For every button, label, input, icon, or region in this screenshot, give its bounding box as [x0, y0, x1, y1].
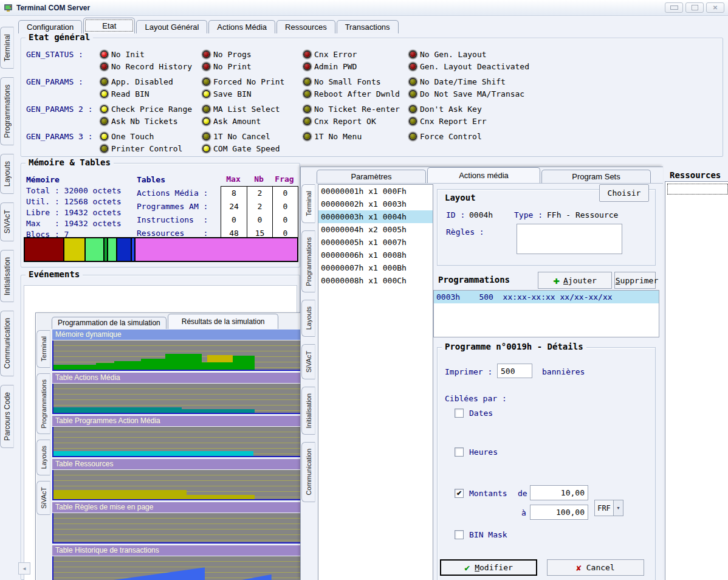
memory-bar-segment [107, 238, 116, 261]
maximize-button[interactable] [685, 2, 704, 13]
led-label: Ask Amount [213, 117, 261, 126]
side-tab-sivact[interactable]: SiVAcT [301, 344, 315, 379]
address-row[interactable]: 00000001h x1 000Fh [318, 185, 433, 198]
close-button[interactable]: ✕ [706, 2, 724, 13]
status-led-item: Do Not Save MA/Transac [408, 89, 718, 98]
app-icon [4, 3, 13, 13]
side-tab-layouts[interactable]: Layouts [301, 300, 315, 337]
memoire-tables-title: Mémoire & Tables [26, 157, 114, 167]
chart-segment [213, 575, 272, 580]
memory-bar-segment [134, 238, 297, 261]
address-row[interactable]: 00000007h x1 000Bh [318, 261, 433, 274]
side-tab-programmations[interactable]: Programmations [301, 230, 315, 293]
led-row: GEN_PARAMS :App. DisabledForced No Print… [26, 75, 718, 88]
side-tab-parcours-code[interactable]: Parcours Code [0, 385, 14, 448]
chart-section-title: Table Actions Média [52, 373, 310, 383]
cancel-button[interactable]: ✘ Cancel [547, 559, 644, 576]
regles-input[interactable] [517, 224, 622, 254]
tab-etat[interactable]: Etat [83, 18, 135, 33]
supprimer-button[interactable]: Supprimer [614, 272, 656, 289]
side-tab-communication[interactable]: Communication [301, 442, 315, 502]
chart-plot [52, 470, 310, 500]
montant-de-input[interactable]: 10,00 [530, 485, 588, 500]
chart-segment [165, 354, 202, 370]
memoire-stats: Mémoire Total : 32000 octetsUtil. : 1256… [26, 174, 122, 240]
chart-segment [187, 495, 255, 499]
address-row[interactable]: 00000003h x1 0004h [318, 210, 433, 223]
side-tab-initialisation[interactable]: Initialisation [0, 250, 14, 303]
side-tab-label: Parcours Code [3, 392, 12, 441]
programme-details-group: Programme n°0019h - Détails Imprimer : 5… [437, 347, 656, 580]
tab-configuration[interactable]: Configuration [18, 20, 82, 33]
side-tab-programmations[interactable]: Programmations [0, 77, 14, 145]
tables-col-header: Max [221, 174, 246, 184]
side-tab-label: Terminal [3, 34, 12, 61]
tab-transactions[interactable]: Transactions [337, 20, 399, 33]
address-row[interactable]: 00000008h x1 000Ch [318, 274, 433, 287]
programmation-row[interactable]: 0003h 500 xx:xx-xx:xx xx/xx-xx/xx [434, 291, 659, 303]
modifier-button[interactable]: ✔ Modifier [440, 559, 537, 576]
tables-row-label: Programmes AM : [137, 200, 208, 213]
panel-tab-param-tres[interactable]: Paramètres [317, 170, 426, 183]
de-label: de [518, 489, 527, 498]
side-tab-terminal[interactable]: Terminal [0, 27, 14, 69]
status-led-item: Ask Amount [201, 117, 302, 126]
address-row[interactable]: 00000006h x1 0008h [318, 249, 433, 261]
dates-checkbox[interactable] [455, 409, 464, 418]
led-label: Forced No Print [213, 77, 284, 86]
side-tab-initialisation[interactable]: Initialisation [301, 387, 315, 435]
address-row[interactable]: 00000004h x2 0005h [318, 223, 433, 236]
status-led-item: No Small Fonts [302, 77, 408, 86]
ressources-focus-row[interactable] [667, 184, 728, 195]
ajouter-button[interactable]: ✚ Ajouter [538, 272, 612, 289]
address-row[interactable]: 00000005h x1 0007h [318, 236, 433, 249]
main-tab-strip: ConfigurationEtatLayout GénéralActions M… [18, 18, 400, 33]
panel-tab-program-sets[interactable]: Program Sets [541, 170, 651, 183]
led-label: Admin PWD [314, 62, 357, 71]
sim-tab-r-sultats-de-la-simulation[interactable]: Résultats de la simulation [168, 314, 279, 329]
side-tab-label: Terminal [305, 191, 312, 216]
scroll-left-button[interactable]: ◄ [18, 562, 30, 575]
led-label: Cnx Report OK [314, 117, 376, 126]
simulation-tab-strip: Programmation de la simulationRésultats … [52, 314, 280, 329]
led-label: Gen. Layout Deactivated [420, 62, 529, 71]
tab-layout-g-n-ral[interactable]: Layout Général [136, 20, 207, 33]
led-label: One Touch [111, 132, 154, 141]
side-tab-layouts[interactable]: Layouts [0, 154, 14, 194]
side-tab-communication[interactable]: Communication [0, 311, 14, 376]
tab-actions-m-dia[interactable]: Actions Média [208, 20, 275, 33]
side-tab-sivact[interactable]: SiVAcT [0, 202, 14, 241]
side-tab-programmations[interactable]: Programmations [36, 373, 50, 435]
tables-labels: Actions Média :Programmes AM :Instructio… [137, 187, 208, 240]
montant-a-input[interactable]: 100,00 [530, 505, 588, 520]
choisir-button[interactable]: Choisir [599, 184, 649, 202]
side-tab-terminal[interactable]: Terminal [301, 184, 315, 223]
led-row: Read BINSave BINReboot After DwnldDo Not… [26, 88, 718, 100]
heures-checkbox[interactable] [455, 447, 464, 457]
led-icon [101, 52, 107, 57]
address-list[interactable]: 00000001h x1 000Fh00000002h x1 0003h0000… [318, 184, 433, 580]
side-tab-layouts[interactable]: Layouts [36, 440, 50, 475]
status-led-item: No Init [99, 50, 201, 59]
sim-tab-programmation-de-la-simulation[interactable]: Programmation de la simulation [52, 317, 167, 329]
side-tab-terminal[interactable]: Terminal [36, 330, 50, 368]
side-tab-sivact[interactable]: SiVAcT [36, 481, 50, 515]
chart-segment [96, 363, 114, 370]
imprimer-input[interactable]: 500 [497, 364, 532, 378]
status-led-item: No Record History [99, 62, 201, 71]
led-label: No Progs [213, 50, 252, 59]
currency-dropdown[interactable]: FRF ▼ [594, 500, 623, 516]
panel-tab-actions-m-dia[interactable]: Actions média [427, 167, 540, 183]
led-label: Ask Nb Tickets [111, 117, 178, 126]
minimize-button[interactable] [665, 2, 683, 13]
tables-headers: MaxNbFrag [221, 174, 297, 184]
status-led-item: Read BIN [99, 89, 201, 98]
gen-group-label: GEN_PARAMS : [26, 77, 99, 86]
ressources-list[interactable] [665, 181, 728, 580]
tab-ressources[interactable]: Ressources [276, 20, 335, 33]
bin-mask-checkbox[interactable] [455, 530, 464, 539]
chart-plot [52, 427, 310, 457]
montants-checkbox[interactable]: ✔ [455, 489, 464, 498]
address-row[interactable]: 00000002h x1 0003h [318, 198, 433, 210]
programmations-list[interactable]: 0003h 500 xx:xx-xx:xx xx/xx-xx/xx [433, 290, 659, 337]
